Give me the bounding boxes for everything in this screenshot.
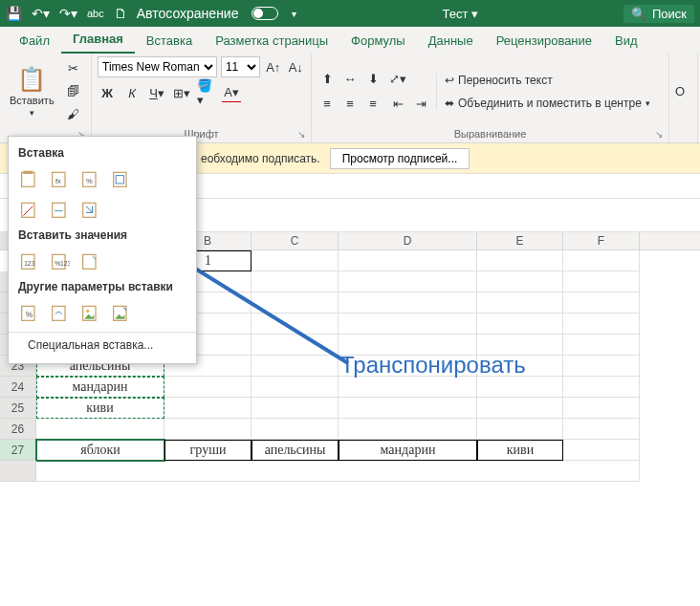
- chevron-down-icon: ▾: [645, 98, 650, 108]
- svg-text:%: %: [86, 177, 93, 185]
- undo-icon[interactable]: ↶▾: [32, 6, 50, 21]
- cell-A27[interactable]: яблоки: [36, 440, 164, 461]
- fill-color-icon[interactable]: 🪣▾: [197, 83, 216, 102]
- cell-B27[interactable]: груши: [164, 440, 252, 461]
- svg-rect-7: [116, 176, 123, 184]
- increase-font-icon[interactable]: A↑: [264, 57, 283, 76]
- tab-insert[interactable]: Вставка: [135, 30, 204, 54]
- paste-keep-borders-icon[interactable]: [110, 167, 133, 190]
- paste-picture-icon[interactable]: [79, 301, 102, 324]
- tab-formulas[interactable]: Формулы: [339, 30, 417, 54]
- decrease-font-icon[interactable]: A↓: [286, 57, 305, 76]
- formula-input[interactable]: яблоки: [109, 174, 700, 198]
- autosave-toggle[interactable]: [252, 7, 278, 20]
- row-header-25[interactable]: 25: [0, 398, 36, 419]
- newdoc-icon[interactable]: 🗋: [114, 6, 127, 21]
- font-size-select[interactable]: 11: [221, 56, 260, 77]
- search-box[interactable]: 🔍 Поиск: [623, 5, 694, 23]
- cell-A25[interactable]: киви: [36, 398, 164, 419]
- paste-transpose-icon[interactable]: [79, 198, 102, 221]
- save-icon[interactable]: 💾: [6, 6, 22, 21]
- wrap-text-button[interactable]: ↩ Переносить текст: [445, 74, 650, 87]
- decrease-indent-icon[interactable]: ⇤: [388, 95, 407, 114]
- wrap-text-label: Переносить текст: [458, 74, 553, 87]
- align-left-icon[interactable]: ≡: [317, 95, 337, 114]
- alignment-launcher-icon[interactable]: ↘: [655, 129, 663, 140]
- tab-view[interactable]: Вид: [603, 30, 649, 54]
- col-header-C[interactable]: C: [252, 232, 339, 249]
- cell-A24[interactable]: мандарин: [36, 377, 164, 398]
- autosave-label: Автосохранение: [137, 6, 239, 21]
- cell-D27[interactable]: мандарин: [339, 440, 477, 461]
- search-icon: 🔍: [631, 7, 646, 21]
- merge-center-button[interactable]: ⬌ Объединить и поместить в центре ▾: [445, 97, 650, 110]
- svg-rect-10: [53, 203, 65, 217]
- cell-C27[interactable]: апельсины: [252, 440, 339, 461]
- paste-options-menu: Вставка fx % Вставить значения 123 %123 …: [8, 136, 197, 364]
- format-painter-icon[interactable]: 🖌: [64, 105, 83, 124]
- paste-label: Вставить: [10, 95, 55, 106]
- copy-icon[interactable]: 🗐: [64, 82, 83, 101]
- row-header-27[interactable]: 27: [0, 440, 36, 461]
- align-center-icon[interactable]: ≡: [340, 95, 360, 114]
- paste-linked-picture-icon[interactable]: [110, 301, 133, 324]
- svg-line-9: [23, 206, 33, 216]
- paste-no-borders-icon[interactable]: [18, 198, 41, 221]
- paste-formatting-icon[interactable]: %: [18, 301, 41, 324]
- wrap-text-icon: ↩: [445, 74, 454, 87]
- document-title: Тест ▾: [296, 7, 623, 21]
- paste-section-values: Вставить значения: [9, 225, 196, 246]
- cut-icon[interactable]: ✂: [64, 59, 83, 78]
- merge-icon: ⬌: [445, 97, 454, 110]
- cell-E27[interactable]: киви: [477, 440, 563, 461]
- paste-formulas-format-icon[interactable]: %: [79, 167, 102, 190]
- title-bar: 💾 ↶▾ ↷▾ abc 🗋 Автосохранение ▾ Тест ▾ 🔍 …: [0, 0, 700, 27]
- svg-point-21: [86, 310, 89, 313]
- font-color-icon[interactable]: А▾: [222, 83, 241, 102]
- ribbon: 📋 Вставить ▾ ✂ 🗐 🖌 ↘ Times New Roman 11 …: [0, 54, 700, 143]
- spellcheck-icon[interactable]: abc: [87, 8, 104, 19]
- font-name-select[interactable]: Times New Roman: [98, 56, 217, 77]
- align-top-icon[interactable]: ⬆: [317, 70, 337, 89]
- align-right-icon[interactable]: ≡: [363, 95, 383, 114]
- paste-values-icon[interactable]: 123: [18, 249, 41, 272]
- col-header-F[interactable]: F: [563, 232, 640, 249]
- svg-text:%123: %123: [55, 260, 70, 267]
- svg-rect-16: [83, 254, 96, 269]
- underline-button[interactable]: Ч▾: [147, 83, 166, 102]
- redo-icon[interactable]: ↷▾: [59, 6, 77, 21]
- search-placeholder: Поиск: [652, 7, 687, 21]
- paste-section-other: Другие параметры вставки: [9, 276, 196, 297]
- increase-indent-icon[interactable]: ⇥: [411, 95, 430, 114]
- paste-formulas-icon[interactable]: fx: [49, 167, 72, 190]
- italic-button[interactable]: К: [122, 83, 142, 102]
- view-signatures-button[interactable]: Просмотр подписей...: [330, 148, 470, 169]
- ribbon-tabs: Файл Главная Вставка Разметка страницы Ф…: [0, 27, 700, 54]
- tab-home[interactable]: Главная: [61, 28, 135, 54]
- row-header-24[interactable]: 24: [0, 377, 36, 398]
- tab-pagelayout[interactable]: Разметка страницы: [204, 30, 339, 54]
- row-header-26[interactable]: 26: [0, 419, 36, 440]
- borders-icon[interactable]: ⊞▾: [172, 83, 191, 102]
- align-middle-icon[interactable]: ↔: [340, 70, 360, 89]
- paste-button[interactable]: 📋 Вставить ▾: [6, 64, 58, 119]
- svg-rect-19: [53, 306, 65, 320]
- paste-values-srcfmt-icon[interactable]: [79, 249, 102, 272]
- font-launcher-icon[interactable]: ↘: [297, 129, 305, 140]
- col-header-E[interactable]: E: [477, 232, 563, 249]
- col-header-D[interactable]: D: [339, 232, 477, 249]
- svg-text:%: %: [26, 310, 33, 319]
- bold-button[interactable]: Ж: [98, 83, 117, 102]
- orientation-icon[interactable]: ⤢▾: [388, 70, 407, 89]
- tab-file[interactable]: Файл: [8, 30, 61, 54]
- paste-values-numfmt-icon[interactable]: %123: [49, 249, 72, 272]
- paste-all-icon[interactable]: [18, 167, 41, 190]
- tab-data[interactable]: Данные: [417, 30, 485, 54]
- align-bottom-icon[interactable]: ⬇: [363, 70, 383, 89]
- number-format-select[interactable]: О: [675, 84, 685, 98]
- paste-special-menu-item[interactable]: Специальная вставка...: [9, 333, 196, 357]
- svg-rect-6: [114, 172, 126, 186]
- tab-review[interactable]: Рецензирование: [485, 30, 603, 54]
- paste-link-icon[interactable]: [49, 301, 72, 324]
- paste-keep-colwidth-icon[interactable]: [49, 198, 72, 221]
